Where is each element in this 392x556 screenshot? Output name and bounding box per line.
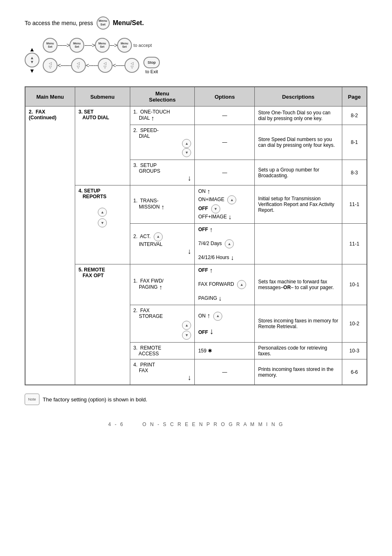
page-transmission: 11-1 bbox=[342, 185, 367, 224]
intro-text-after: Menu/Set. bbox=[113, 19, 144, 27]
back-dash-2: <------ bbox=[86, 62, 98, 69]
note-section: Note The factory setting (option) is sho… bbox=[25, 394, 367, 405]
header-page: Page bbox=[342, 87, 367, 107]
intro-section: To access the menu, press MenuSet Menu/S… bbox=[25, 16, 367, 30]
submenu-remote-fax-opt: 5. REMOTE FAX OPT bbox=[75, 264, 130, 385]
options-remote-access: 159 ✱ bbox=[195, 343, 255, 359]
desc-one-touch: Store One-Touch Dial so you can dial by … bbox=[255, 107, 342, 125]
to-exit-label: to Exit bbox=[145, 69, 158, 74]
btn-fax-fwd: ▲ bbox=[237, 280, 246, 289]
down-arrow-opt-trans: ↓ bbox=[228, 213, 231, 221]
dash-2: -----> bbox=[84, 42, 95, 49]
footer-page-number: 4 - 6 bbox=[108, 422, 124, 427]
up-small-btn-speed: ▲ bbox=[182, 139, 191, 148]
header-main-menu: Main Menu bbox=[25, 87, 75, 107]
menu-sel-fax-fwd: 1. FAX FWD/ PAGING ↑ bbox=[130, 264, 195, 305]
stop-label: Stop bbox=[148, 60, 156, 65]
header-desc: Descriptions bbox=[255, 87, 342, 107]
desc-transmission: Initial setup for Transmission Verificat… bbox=[255, 185, 342, 224]
up-small-reports: ▲ bbox=[98, 208, 107, 217]
menu-table: Main Menu Submenu MenuSelections Options… bbox=[25, 86, 367, 385]
page-speed-dial: 8-1 bbox=[342, 125, 367, 160]
menu-sel-speed-dial: 2. SPEED- DIAL ▲ ▼ bbox=[130, 125, 195, 160]
up-down-btn-left: ▲ ▼ bbox=[25, 53, 39, 67]
down-arrow-storage-off: ↓ bbox=[210, 327, 214, 336]
footer-subtitle: O N - S C R E E N P R O G R A M M I N G bbox=[143, 422, 284, 427]
dash-1: ------> bbox=[58, 42, 69, 49]
btn-off-trans: ▼ bbox=[211, 204, 220, 213]
menu-sel-print-fax: 4. PRINT FAX ↓ bbox=[130, 359, 195, 385]
down-arrow-groups: ↓ bbox=[187, 174, 191, 183]
diagram-bottom-row: ◁ ▽ <------- ◁ ▽ <------ ◁ ▽ <------ ◁ ▽… bbox=[43, 57, 367, 74]
options-transmission: ON ↑ ON+IMAGE ▲ OFF ▼ OFF+IMAGE ↓ bbox=[195, 185, 255, 224]
menu-sel-remote-access: 3. REMOTE ACCESS bbox=[130, 343, 195, 359]
submenu-setup-reports: 4. SETUP REPORTS ▲ ▼ bbox=[75, 185, 130, 264]
up-arrow-opt-trans: ↑ bbox=[207, 188, 210, 195]
options-fax-storage: ON ↑ ▲ OFF ↓ bbox=[195, 305, 255, 343]
navigation-diagram: ▲ ▲ ▼ ▼ MenuSet ------> MenuSet -----> M… bbox=[25, 38, 367, 74]
options-one-touch: — bbox=[195, 107, 255, 125]
desc-speed-dial: Store Speed Dial numbers so you can dial… bbox=[255, 125, 342, 160]
back-btn-3: ◁ ▽ bbox=[98, 58, 113, 73]
up-arrow-1: ↑ bbox=[151, 115, 154, 122]
options-act-interval: OFF ↑ 7/4/2 Days ▲ 24/12/6 Hours ↓ bbox=[195, 224, 255, 264]
up-small-storage: ▲ bbox=[182, 321, 191, 330]
down-arrow-paging: ↓ bbox=[219, 295, 222, 302]
desc-print-fax: Prints incoming faxes stored in the memo… bbox=[255, 359, 342, 385]
intro-text-before: To access the menu, press bbox=[25, 20, 93, 26]
up-arrow-off-fax: ↑ bbox=[210, 267, 213, 274]
header-submenu: Submenu bbox=[75, 87, 130, 107]
main-menu-cell: 2. FAX(Continued) bbox=[25, 107, 75, 385]
footer: 4 - 6 O N - S C R E E N P R O G R A M M … bbox=[25, 422, 367, 427]
header-options: Options bbox=[195, 87, 255, 107]
down-small-reports: ▼ bbox=[98, 218, 107, 227]
back-btn-2: ◁ ▽ bbox=[71, 58, 86, 73]
page-fax-storage: 10-2 bbox=[342, 305, 367, 343]
table-row: 4. SETUP REPORTS ▲ ▼ 1. TRANS- MISSION ↑… bbox=[25, 185, 367, 224]
note-text: The factory setting (option) is shown in… bbox=[43, 396, 147, 403]
down-arrow-print-fax: ↓ bbox=[187, 373, 191, 382]
menu-btn-3: MenuSet bbox=[95, 38, 110, 53]
up-arrow-storage-on: ↑ bbox=[207, 312, 210, 320]
diagram-top-row: MenuSet ------> MenuSet -----> MenuSet -… bbox=[43, 38, 367, 53]
menu-set-icon-small: MenuSet bbox=[97, 16, 110, 30]
menu-sel-transmission: 1. TRANS- MISSION ↑ bbox=[130, 185, 195, 224]
menu-sel-setup-groups: 3. SETUP GROUPS ↓ bbox=[130, 160, 195, 185]
page-setup-groups: 8-3 bbox=[342, 160, 367, 185]
options-setup-groups: — bbox=[195, 160, 255, 185]
menu-btn-4: MenuSet bbox=[117, 38, 132, 53]
btn-742-days: ▲ bbox=[225, 239, 234, 248]
diagram-rows: MenuSet ------> MenuSet -----> MenuSet -… bbox=[43, 38, 367, 74]
back-dash-3: <------ bbox=[113, 62, 125, 69]
down-small-btn-speed: ▼ bbox=[182, 148, 191, 157]
desc-fax-storage: Stores incoming faxes in memory for Remo… bbox=[255, 305, 342, 343]
stop-button: Stop bbox=[143, 57, 160, 68]
btn-act-up: ▲ bbox=[154, 232, 163, 241]
table-row: 2. FAX(Continued) 3. SET AUTO DIAL 1. ON… bbox=[25, 107, 367, 125]
menu-btn-2: MenuSet bbox=[69, 38, 84, 53]
options-print-fax: — bbox=[195, 359, 255, 385]
back-btn-1: ◁ ▽ bbox=[43, 58, 58, 73]
options-speed-dial: — bbox=[195, 125, 255, 160]
up-arrow-off-act: ↑ bbox=[210, 226, 213, 234]
down-arrow-24h: ↓ bbox=[231, 254, 234, 262]
desc-setup-groups: Sets up a Group number for Broadcasting. bbox=[255, 160, 342, 185]
note-icon: Note bbox=[25, 394, 39, 405]
menu-sel-act-interval: 2. ACT. ▲ INTERVAL ↓ bbox=[130, 224, 195, 264]
dash-3: ---> bbox=[110, 42, 117, 49]
menu-sel-fax-storage: 2. FAX STORAGE ▲ ▼ bbox=[130, 305, 195, 343]
header-menu-sel: MenuSelections bbox=[130, 87, 195, 107]
page-remote-access: 10-3 bbox=[342, 343, 367, 359]
down-arrow-act: ↓ bbox=[187, 247, 191, 256]
btn-on-image: ▲ bbox=[227, 195, 236, 204]
menu-btn-1: MenuSet bbox=[43, 38, 58, 53]
to-accept-label: to accept bbox=[134, 43, 152, 48]
page-print-fax: 6-6 bbox=[342, 359, 367, 385]
up-arrow-faxfwd: ↑ bbox=[159, 284, 162, 291]
desc-fax-fwd: Sets fax machine to forward fax messages… bbox=[255, 264, 342, 305]
submenu-set-auto-dial: 3. SET AUTO DIAL bbox=[75, 107, 130, 185]
down-small-storage: ▼ bbox=[182, 331, 191, 340]
desc-remote-access: Personalizes code for retrieving faxes. bbox=[255, 343, 342, 359]
desc-act-interval bbox=[255, 224, 342, 264]
up-arrow-trans: ↑ bbox=[161, 204, 164, 211]
